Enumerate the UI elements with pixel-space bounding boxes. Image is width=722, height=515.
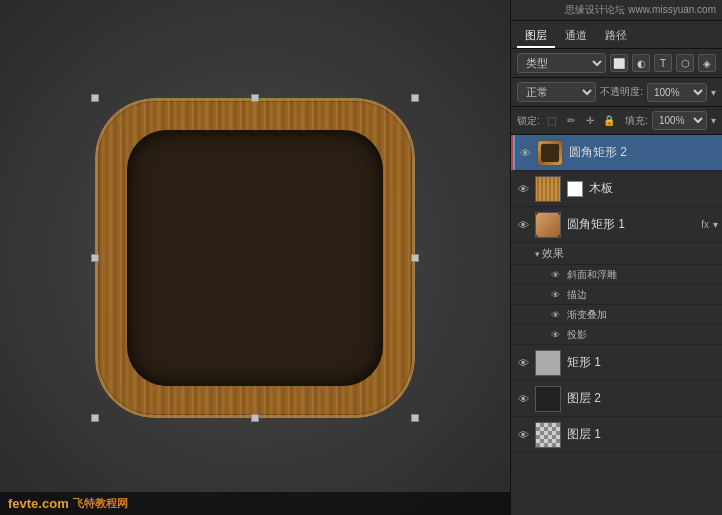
expand-icon-3[interactable]: ▾ — [713, 219, 718, 230]
visibility-icon-rect1[interactable]: 👁 — [515, 355, 531, 371]
layers-panel: 思缘设计论坛 www.missyuan.com 图层 通道 路径 类型 ⬜ ◐ … — [510, 0, 722, 515]
lock-all-icon[interactable]: 🔒 — [601, 113, 617, 129]
bottom-watermark: fevte.com 飞特教程网 — [0, 492, 510, 515]
blend-mode-row: 正常 不透明度: 100% ▾ — [511, 78, 722, 107]
site-name: fevte.com — [8, 496, 69, 511]
anchor-bm[interactable] — [251, 414, 259, 422]
layer-item-rect-1[interactable]: 👁 矩形 1 — [511, 345, 722, 381]
visibility-icon-layer1[interactable]: 👁 — [515, 427, 531, 443]
lock-position-icon[interactable]: ✛ — [582, 113, 598, 129]
filter-shape-icon[interactable]: ⬡ — [676, 54, 694, 72]
layer-thumb-layer1 — [535, 422, 561, 448]
layer-name-1: 圆角矩形 2 — [569, 144, 718, 161]
filter-text-icon[interactable]: T — [654, 54, 672, 72]
tab-layers[interactable]: 图层 — [517, 25, 555, 48]
visibility-icon-2[interactable]: 👁 — [515, 181, 531, 197]
lock-image-icon[interactable]: ✏ — [563, 113, 579, 129]
anchor-br[interactable] — [411, 414, 419, 422]
layer-item-bevel[interactable]: 👁 斜面和浮雕 — [511, 265, 722, 285]
fx-badge-3: fx — [701, 219, 709, 230]
blend-mode-select[interactable]: 正常 — [517, 82, 596, 102]
layer-name-2: 木板 — [589, 180, 718, 197]
layer-name-stroke: 描边 — [567, 288, 718, 302]
visibility-icon-1[interactable]: 👁 — [517, 145, 533, 161]
layer-name-bevel: 斜面和浮雕 — [567, 268, 718, 282]
layer-list: 👁 圆角矩形 2 👁 木板 👁 圆角矩形 1 fx ▾ — [511, 135, 722, 515]
layer-item-gradient[interactable]: 👁 渐变叠加 — [511, 305, 722, 325]
layer-item-rounded-rect-2[interactable]: 👁 圆角矩形 2 — [511, 135, 722, 171]
layer-thumb-2 — [535, 176, 561, 202]
filter-toolbar: 类型 ⬜ ◐ T ⬡ ◈ — [511, 49, 722, 78]
layer-item-1[interactable]: 👁 图层 1 — [511, 417, 722, 453]
app-icon — [95, 98, 415, 418]
panel-tabs: 图层 通道 路径 — [511, 21, 722, 49]
canvas-area: fevte.com 飞特教程网 — [0, 0, 510, 515]
lock-row: 锁定: ⬚ ✏ ✛ 🔒 填充: 100% ▾ — [511, 107, 722, 135]
anchor-lm[interactable] — [91, 254, 99, 262]
fill-select[interactable]: 100% — [652, 111, 707, 130]
layer-item-2[interactable]: 👁 图层 2 — [511, 381, 722, 417]
filter-smart-icon[interactable]: ◈ — [698, 54, 716, 72]
visibility-icon-gradient[interactable]: 👁 — [547, 307, 563, 323]
panel-watermark: 思缘设计论坛 www.missyuan.com — [511, 0, 722, 21]
lock-label: 锁定: — [517, 114, 540, 128]
layer-thumb-3 — [535, 212, 561, 238]
effects-arrow[interactable]: ▾ — [535, 249, 540, 259]
anchor-tl[interactable] — [91, 94, 99, 102]
anchor-tr[interactable] — [411, 94, 419, 102]
layer-item-effects[interactable]: ▾ 效果 — [511, 243, 722, 265]
fill-label: 填充: — [625, 114, 648, 128]
sub-name: 飞特教程网 — [73, 496, 128, 511]
fill-arrow[interactable]: ▾ — [711, 115, 716, 126]
lock-icons: ⬚ ✏ ✛ 🔒 — [544, 113, 621, 129]
layer-item-shadow[interactable]: 👁 投影 — [511, 325, 722, 345]
visibility-icon-3[interactable]: 👁 — [515, 217, 531, 233]
layer-name-shadow: 投影 — [567, 328, 718, 342]
anchor-bl[interactable] — [91, 414, 99, 422]
effects-label: 效果 — [542, 246, 718, 261]
layer-thumb-1 — [537, 140, 563, 166]
anchor-rm[interactable] — [411, 254, 419, 262]
visibility-icon-stroke[interactable]: 👁 — [547, 287, 563, 303]
layer-mask-thumb-2 — [567, 181, 583, 197]
layer-name-rect1: 矩形 1 — [567, 354, 718, 371]
anchor-tm[interactable] — [251, 94, 259, 102]
visibility-icon-bevel[interactable]: 👁 — [547, 267, 563, 283]
layer-type-select[interactable]: 类型 — [517, 53, 606, 73]
visibility-icon-shadow[interactable]: 👁 — [547, 327, 563, 343]
layer-thumb-rect1 — [535, 350, 561, 376]
layer-item-rounded-rect-1[interactable]: 👁 圆角矩形 1 fx ▾ — [511, 207, 722, 243]
layer-name-layer2: 图层 2 — [567, 390, 718, 407]
opacity-select[interactable]: 100% — [647, 83, 707, 102]
layer-name-3: 圆角矩形 1 — [567, 216, 697, 233]
opacity-label: 不透明度: — [600, 85, 643, 99]
layer-item-wood[interactable]: 👁 木板 — [511, 171, 722, 207]
lock-transparent-icon[interactable]: ⬚ — [544, 113, 560, 129]
visibility-icon-layer2[interactable]: 👁 — [515, 391, 531, 407]
filter-adjust-icon[interactable]: ◐ — [632, 54, 650, 72]
layer-name-layer1: 图层 1 — [567, 426, 718, 443]
opacity-arrow[interactable]: ▾ — [711, 87, 716, 98]
layer-item-stroke[interactable]: 👁 描边 — [511, 285, 722, 305]
filter-pixel-icon[interactable]: ⬜ — [610, 54, 628, 72]
tab-paths[interactable]: 路径 — [597, 25, 635, 48]
inner-area — [127, 130, 383, 386]
layer-name-gradient: 渐变叠加 — [567, 308, 718, 322]
tab-channels[interactable]: 通道 — [557, 25, 595, 48]
layer-thumb-layer2 — [535, 386, 561, 412]
